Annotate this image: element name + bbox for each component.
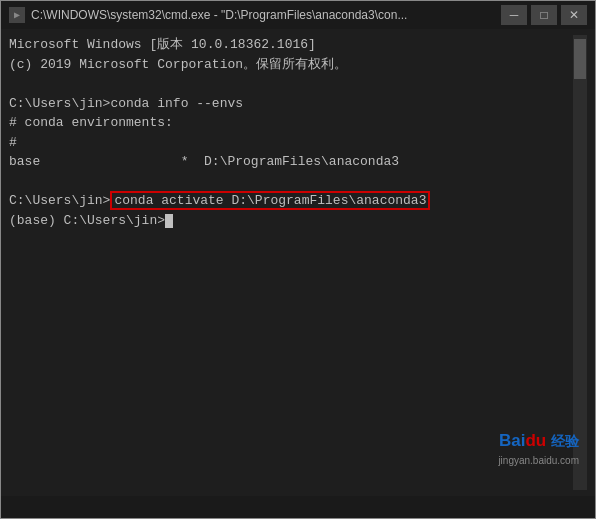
cmd-window: ▶ C:\WINDOWS\system32\cmd.exe - "D:\Prog… bbox=[0, 0, 596, 519]
scrollbar-thumb[interactable] bbox=[574, 39, 586, 79]
minimize-button[interactable]: ─ bbox=[501, 5, 527, 25]
title-bar: ▶ C:\WINDOWS\system32\cmd.exe - "D:\Prog… bbox=[1, 1, 595, 29]
terminal-line-empty9 bbox=[9, 367, 573, 387]
terminal-line-empty10 bbox=[9, 386, 573, 406]
terminal-line-3 bbox=[9, 74, 573, 94]
terminal-line-activate: C:\Users\jin>conda activate D:\ProgramFi… bbox=[9, 191, 573, 211]
terminal-line-empty7 bbox=[9, 328, 573, 348]
baidu-du-text: du bbox=[525, 431, 546, 450]
highlighted-command: conda activate D:\ProgramFiles\anaconda3 bbox=[110, 191, 430, 210]
terminal-line-empty4 bbox=[9, 269, 573, 289]
baidu-jingyan-text: 经验 bbox=[551, 433, 579, 449]
terminal-content: Microsoft Windows [版本 10.0.18362.1016] (… bbox=[9, 35, 573, 490]
terminal-line-conda-info: C:\Users\jin>conda info --envs bbox=[9, 94, 573, 114]
maximize-button[interactable]: □ bbox=[531, 5, 557, 25]
terminal-line-empty1 bbox=[9, 172, 573, 192]
window-title: C:\WINDOWS\system32\cmd.exe - "D:\Progra… bbox=[31, 8, 407, 22]
cmd-icon: ▶ bbox=[9, 7, 25, 23]
baidu-watermark: Baidu 经验 jingyan.baidu.com bbox=[498, 428, 579, 469]
close-button[interactable]: ✕ bbox=[561, 5, 587, 25]
terminal-line-1: Microsoft Windows [版本 10.0.18362.1016] bbox=[9, 35, 573, 55]
terminal-cursor bbox=[165, 214, 173, 228]
bottom-bar bbox=[1, 496, 595, 518]
title-bar-left: ▶ C:\WINDOWS\system32\cmd.exe - "D:\Prog… bbox=[9, 7, 407, 23]
terminal-line-conda-env-header: # conda environments: bbox=[9, 113, 573, 133]
baidu-bai-text: Bai bbox=[499, 431, 525, 450]
terminal-line-empty3 bbox=[9, 250, 573, 270]
scrollbar[interactable] bbox=[573, 35, 587, 490]
baidu-url: jingyan.baidu.com bbox=[498, 453, 579, 468]
title-bar-controls[interactable]: ─ □ ✕ bbox=[501, 5, 587, 25]
terminal-line-base-result: (base) C:\Users\jin> bbox=[9, 211, 573, 231]
terminal-line-empty8 bbox=[9, 347, 573, 367]
terminal-line-empty5 bbox=[9, 289, 573, 309]
terminal-line-empty6 bbox=[9, 308, 573, 328]
terminal-line-empty2 bbox=[9, 230, 573, 250]
terminal-line-2: (c) 2019 Microsoft Corporation。保留所有权利。 bbox=[9, 55, 573, 75]
terminal-body: Microsoft Windows [版本 10.0.18362.1016] (… bbox=[1, 29, 595, 496]
terminal-line-hash: # bbox=[9, 133, 573, 153]
terminal-line-base: base * D:\ProgramFiles\anaconda3 bbox=[9, 152, 573, 172]
